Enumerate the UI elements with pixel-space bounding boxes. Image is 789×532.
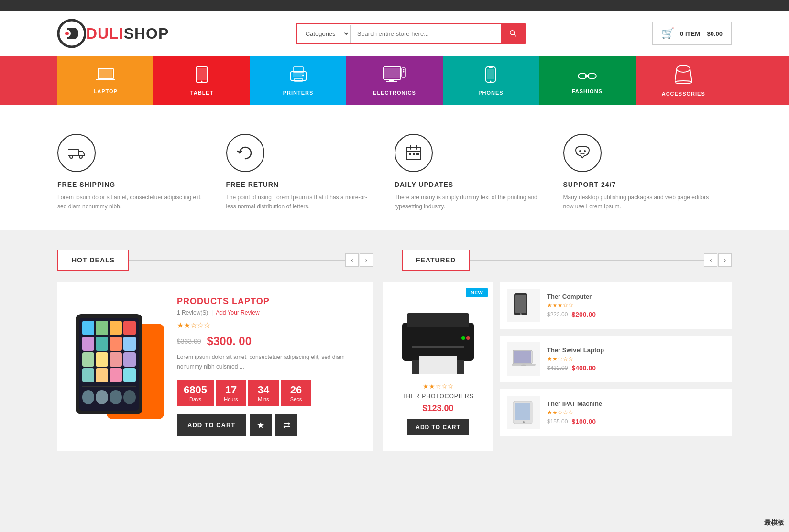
compare-button[interactable]: ⇄ [275,414,297,436]
products-row: PRODUCTS LAPTOP 1 Review(S) | Add Your R… [57,282,732,450]
accessories-icon [675,65,692,88]
svg-point-19 [403,69,404,71]
nav-label-printers: PRINTERS [283,90,314,96]
search-input[interactable] [351,25,501,42]
cart-count: 0 ITEM [680,30,700,37]
nav-item-printers[interactable]: PRINTERS [250,56,346,105]
hours-label: Hours [222,396,240,402]
category-select[interactable]: Categories [297,25,351,43]
svg-point-2 [65,32,69,35]
featured-tab[interactable]: FEATURED [402,250,470,271]
svg-rect-4 [99,69,112,78]
svg-rect-47 [419,356,457,375]
logo[interactable]: DULISHOP [57,19,169,48]
logo-icon [57,19,86,48]
hot-deals-prev[interactable]: ‹ [345,253,359,267]
nav-label-tablet: TABLET [190,90,214,96]
printer-image [390,301,486,382]
item-new-0: $200.00 [571,311,596,318]
nav-item-tablet[interactable]: TABLET [153,56,250,105]
svg-rect-50 [412,346,464,348]
item-old-1: $432.00 [547,365,568,371]
svg-rect-41 [416,153,419,155]
hot-deals-label: HOT DEALS [72,256,115,264]
svg-rect-39 [409,153,411,155]
hot-deals-line [129,260,345,261]
tablet-thumb-icon [509,398,538,427]
top-bar [0,0,789,11]
featured-item-2: Ther IPAT Machine ★★☆☆☆ $155.00 $100.00 [500,389,732,436]
updates-circle [394,134,433,172]
item-name-0: Ther Computer [547,293,725,300]
nav-right-padding [732,56,789,105]
svg-rect-27 [585,75,589,77]
svg-point-60 [523,421,525,423]
phone-visual [76,314,164,419]
review-line: 1 Review(S) | Add Your Review [177,309,359,316]
svg-point-33 [70,155,73,158]
item-prices-1: $432.00 $400.00 [547,364,725,372]
cart-widget[interactable]: 🛒 0 ITEM $0.00 [652,22,732,45]
logo-text: DULISHOP [86,25,169,43]
shipping-circle [57,134,96,172]
item-prices-0: $222.00 $200.00 [547,311,725,318]
hot-deals-tab[interactable]: HOT DEALS [57,250,129,271]
featured-item-0: Ther Computer ★★★☆☆ $222.00 $200.00 [500,282,732,329]
featured-next[interactable]: › [718,253,732,267]
nav-label-accessories: ACCESSORIES [662,91,705,97]
feature-updates: DAILY UPDATES There are many is simply d… [394,134,563,211]
hot-deal-inner: PRODUCTS LAPTOP 1 Review(S) | Add Your R… [72,296,359,436]
featured-main-product: NEW [383,282,493,450]
featured-add-to-cart[interactable]: ADD TO CART [407,419,469,435]
nav-label-fashions: FASHIONS [572,88,603,94]
item-new-1: $400.00 [571,364,596,372]
cart-icon: 🛒 [661,27,674,40]
nav-label-laptop: LAPTOP [94,88,118,94]
add-to-cart-button[interactable]: ADD TO CART [177,414,246,436]
hot-deals-next[interactable]: › [360,253,373,267]
feature-return: FREE RETURN The point of using Lorem Ips… [226,134,395,211]
wishlist-button[interactable]: ★ [250,414,272,436]
secs-num: 26 [287,384,305,396]
item-name-2: Ther IPAT Machine [547,400,725,407]
logo-duli: DULI [86,25,124,42]
add-review-link[interactable]: Add Your Review [216,309,259,316]
nav-item-accessories[interactable]: ACCESSORIES [636,56,732,105]
svg-rect-45 [407,313,469,327]
nav-item-fashions[interactable]: FASHIONS [539,56,635,105]
featured-prev[interactable]: ‹ [704,253,717,267]
new-badge: NEW [466,288,488,297]
laptop-thumb-icon [509,345,538,373]
new-price: $300. 00 [207,335,252,348]
hot-deals-arrows: ‹ › [345,253,373,267]
nav-item-laptop[interactable]: LAPTOP [57,56,153,105]
app-row-3 [82,352,136,367]
svg-point-49 [466,336,470,340]
support-title: SUPPORT 24/7 [563,181,616,188]
support-icon [574,144,591,162]
svg-line-30 [690,69,692,82]
item-old-0: $222.00 [547,311,568,318]
svg-point-31 [675,81,692,84]
support-text: Many desktop publishing packages and web… [563,193,713,211]
search-button[interactable] [501,24,525,43]
nav-item-phones[interactable]: PHONES [443,56,539,105]
svg-rect-44 [402,323,474,361]
svg-point-48 [461,336,465,340]
svg-point-20 [403,71,404,73]
svg-point-28 [677,65,690,72]
featured-main-name: THER PHOTOCOPIERS [402,393,473,400]
countdown-mins: 34 Mins [248,380,279,406]
hot-deal-image [72,296,167,436]
featured-item-1: Ther Swivel Laptop ★★☆☆☆ $432.00 $400.00 [500,336,732,382]
svg-point-8 [201,81,203,82]
secs-label: Secs [287,396,305,402]
updates-text: There are many is simply dummy text of t… [394,193,544,211]
return-icon [237,144,254,162]
fashions-icon [577,68,598,86]
product-desc: Lorem ipsum dolor sit amet, consectetuer… [177,353,359,371]
truck-icon [68,144,85,162]
svg-rect-5 [96,79,115,80]
nav-item-electronics[interactable]: ELECTRONICS [346,56,442,105]
return-text: The point of using Lorem Ipsum is that i… [226,193,376,211]
